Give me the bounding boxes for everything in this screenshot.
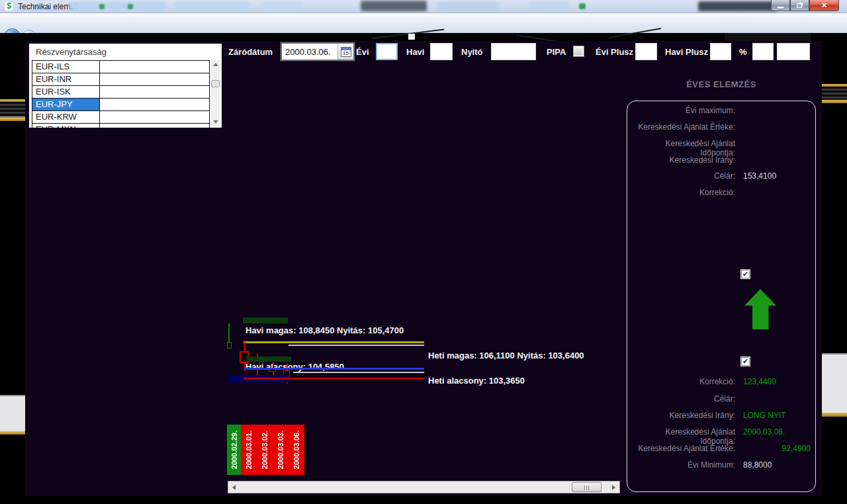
wallpaper-gold-line — [822, 100, 847, 103]
field-value: 92,4900 — [782, 444, 811, 453]
chart-green-bar — [246, 357, 291, 362]
zarodatum-label: Záródátum — [228, 47, 273, 57]
list-item[interactable]: EUR-KRW — [32, 110, 210, 123]
field-value: 153,4100 — [743, 171, 776, 181]
wallpaper-gold-line — [822, 413, 847, 417]
pipa-checkbox[interactable] — [573, 46, 584, 57]
chart-h-scrollbar[interactable] — [228, 481, 620, 493]
evi-label: Évi — [356, 47, 369, 57]
percent-label: % — [739, 47, 747, 57]
field-label: Kereskedési Ajánlat Időpontja: — [629, 139, 735, 157]
list-item-label: EUR-MXN — [32, 123, 100, 128]
list-item-cell — [100, 123, 210, 128]
list-item-label: EUR-ILS — [32, 60, 100, 73]
calendar-button[interactable]: 15 — [337, 44, 353, 60]
annotation-havi-alacsony: Havi alacsony: 104,5850 — [245, 362, 344, 372]
field-label: Kereskedési Ajánlat Időpontja: — [629, 427, 735, 446]
list-item-selected[interactable]: EUR-JPY — [32, 98, 210, 110]
date-label: 2000.03.03. — [277, 431, 285, 469]
percent-input[interactable] — [752, 43, 774, 60]
list-item-cell — [100, 110, 210, 123]
panel-field: Évi maximum: — [629, 106, 813, 116]
field-label: Kereskedési Irány: — [629, 155, 735, 165]
evi-input[interactable] — [376, 43, 398, 60]
panel-field: Kereskedési Ajánlat Időpontja: 2000.03.0… — [629, 427, 813, 438]
havi-input[interactable] — [430, 43, 453, 60]
havi-plusz-input[interactable] — [710, 43, 731, 60]
close-button[interactable]: ✕ — [809, 0, 839, 11]
blurred-artifact — [361, 1, 427, 11]
scroll-thumb[interactable] — [211, 80, 220, 87]
evi-plusz-label: Évi Plusz — [596, 47, 633, 57]
field-label: Évi maximum: — [629, 106, 735, 115]
scroll-down-icon[interactable] — [213, 120, 218, 124]
wallpaper-gold-line — [0, 118, 25, 121]
field-value: 123,4400 — [743, 377, 776, 386]
thumb-grip — [584, 485, 590, 490]
blurred-artifact — [69, 2, 165, 11]
scroll-left-icon — [232, 485, 236, 490]
nyito-label: Nyitó — [461, 47, 483, 57]
desktop-strip-right — [822, 41, 847, 504]
minimize-icon — [778, 7, 783, 9]
list-item[interactable]: EUR-ISK — [32, 85, 210, 98]
zarodatum-date-field[interactable]: 2000.03.06. 15 — [281, 42, 355, 61]
list-item-label: EUR-JPY — [32, 98, 100, 110]
signal-checkbox-bottom[interactable]: ✔ — [741, 357, 750, 366]
instrument-list: Részvénytársaság EUR-ILS EUR-INR EUR-ISK… — [29, 44, 222, 128]
list-item-label: EUR-ISK — [32, 85, 100, 98]
wallpaper-gold-line — [0, 431, 25, 435]
white-artifact — [408, 34, 415, 40]
panel-field: Évi Minimum: 88,8000 — [629, 460, 813, 471]
date-label-cell: 2000.03.01. — [241, 425, 257, 475]
minimize-button[interactable] — [771, 0, 790, 11]
havi-plusz-label: Havi Plusz — [665, 47, 708, 57]
evi-plusz-input[interactable] — [635, 43, 657, 60]
check-icon: ✔ — [742, 357, 748, 365]
date-label: 2000.03.06. — [292, 431, 300, 469]
field-label: Kereskedési Irány: — [629, 411, 735, 420]
blurred-artifact — [529, 2, 569, 10]
list-item[interactable]: EUR-INR — [32, 73, 210, 85]
scroll-up-icon[interactable] — [213, 63, 218, 66]
scroll-thumb[interactable] — [572, 482, 602, 492]
wallpaper-white-block — [822, 353, 847, 413]
wallpaper-stripes — [0, 102, 25, 116]
blurred-artifact — [579, 3, 586, 9]
blurred-artifact — [174, 2, 250, 11]
list-item[interactable]: EUR-ILS — [32, 60, 210, 73]
desktop-strip-left — [0, 41, 25, 504]
desktop-strip-top — [0, 33, 847, 41]
list-item-cell — [100, 60, 210, 73]
list-header: Részvénytársaság — [32, 45, 222, 60]
field-label: Kereskedési Ajánlat Értéke: — [629, 122, 735, 132]
scroll-right-icon — [612, 485, 615, 490]
panel-field: Kereskedési Ajánlat Értéke: 92,4900 — [629, 444, 813, 454]
blurred-artifact — [261, 1, 302, 11]
list-scrollbar[interactable] — [210, 60, 220, 126]
restore-button[interactable] — [790, 0, 809, 11]
nav-bar: ← → — [0, 13, 847, 33]
zarodatum-date-value[interactable]: 2000.03.06. — [282, 44, 337, 60]
calendar-day: 15 — [341, 50, 351, 56]
list-item[interactable]: EUR-MXN — [32, 123, 210, 128]
chart-gray-line — [293, 372, 424, 373]
chart-yellow-line — [244, 341, 424, 343]
field-label: Évi Minimum: — [629, 460, 735, 470]
blurred-artifact — [128, 4, 133, 9]
signal-checkbox-top[interactable]: ✔ — [741, 270, 750, 278]
window-controls: ✕ — [771, 0, 839, 11]
field-value: LONG NYIT — [743, 411, 786, 420]
app-icon[interactable]: $ — [4, 1, 14, 11]
extra-input[interactable] — [777, 43, 810, 60]
scroll-right-button[interactable] — [609, 482, 619, 493]
panel-field: Célár: 153,4100 — [629, 171, 813, 182]
screen: $ Technikai elemző ✕ ← → — [0, 0, 847, 504]
pipa-label: PIPA — [547, 47, 566, 57]
date-label-cell: 2000.03.03. — [273, 425, 289, 475]
list-grid: EUR-ILS EUR-INR EUR-ISK EUR-JPY EUR-KRW … — [32, 60, 210, 128]
field-label: Korrekció: — [629, 188, 735, 197]
nyito-input[interactable] — [491, 43, 536, 60]
scroll-left-button[interactable] — [228, 482, 239, 493]
list-item-cell — [100, 73, 210, 85]
